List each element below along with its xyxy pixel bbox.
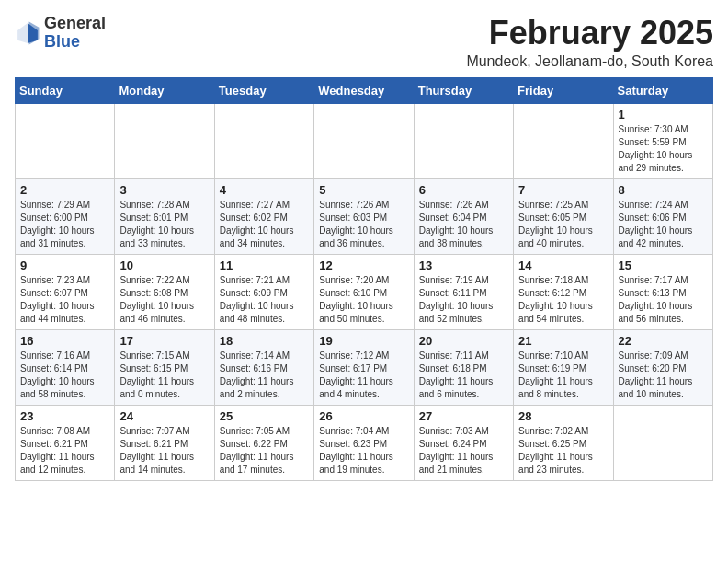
day-info: Sunrise: 7:20 AM Sunset: 6:10 PM Dayligh… [319,274,408,326]
calendar-header-friday: Friday [514,77,613,103]
day-info: Sunrise: 7:16 AM Sunset: 6:14 PM Dayligh… [20,350,109,401]
calendar-cell [115,103,214,178]
day-number: 27 [419,409,508,423]
day-number: 3 [119,183,209,197]
day-number: 19 [319,334,408,348]
calendar-cell: 27Sunrise: 7:03 AM Sunset: 6:24 PM Dayli… [414,405,513,480]
day-info: Sunrise: 7:23 AM Sunset: 6:07 PM Dayligh… [20,274,109,326]
calendar-cell: 21Sunrise: 7:10 AM Sunset: 6:19 PM Dayli… [514,329,613,405]
calendar-cell: 15Sunrise: 7:17 AM Sunset: 6:13 PM Dayli… [613,254,712,329]
calendar-cell: 7Sunrise: 7:25 AM Sunset: 6:05 PM Daylig… [514,178,613,254]
day-info: Sunrise: 7:12 AM Sunset: 6:17 PM Dayligh… [319,350,408,401]
day-info: Sunrise: 7:03 AM Sunset: 6:24 PM Dayligh… [419,425,508,477]
calendar-cell: 24Sunrise: 7:07 AM Sunset: 6:21 PM Dayli… [115,405,214,480]
day-info: Sunrise: 7:15 AM Sunset: 6:15 PM Dayligh… [119,350,209,401]
calendar-week-row: 23Sunrise: 7:08 AM Sunset: 6:21 PM Dayli… [16,405,713,480]
calendar-cell: 14Sunrise: 7:18 AM Sunset: 6:12 PM Dayli… [514,254,613,329]
day-info: Sunrise: 7:22 AM Sunset: 6:08 PM Dayligh… [119,274,209,326]
calendar-cell: 9Sunrise: 7:23 AM Sunset: 6:07 PM Daylig… [16,254,115,329]
day-number: 4 [220,183,309,197]
day-number: 10 [119,259,209,272]
day-number: 28 [518,409,608,423]
day-number: 22 [619,334,708,348]
day-number: 8 [619,183,708,197]
day-info: Sunrise: 7:18 AM Sunset: 6:12 PM Dayligh… [518,274,608,326]
day-number: 16 [20,334,109,348]
calendar-cell: 2Sunrise: 7:29 AM Sunset: 6:00 PM Daylig… [16,178,115,254]
calendar-cell: 11Sunrise: 7:21 AM Sunset: 6:09 PM Dayli… [214,254,313,329]
day-info: Sunrise: 7:30 AM Sunset: 5:59 PM Dayligh… [619,123,708,175]
day-info: Sunrise: 7:26 AM Sunset: 6:03 PM Dayligh… [319,199,408,250]
day-info: Sunrise: 7:10 AM Sunset: 6:19 PM Dayligh… [518,350,608,401]
day-number: 24 [119,409,209,423]
logo-icon [15,20,40,46]
calendar-cell: 12Sunrise: 7:20 AM Sunset: 6:10 PM Dayli… [314,254,414,329]
day-info: Sunrise: 7:02 AM Sunset: 6:25 PM Dayligh… [518,425,608,477]
day-number: 20 [419,334,508,348]
calendar-week-row: 9Sunrise: 7:23 AM Sunset: 6:07 PM Daylig… [16,254,713,329]
day-number: 18 [220,334,309,348]
day-number: 1 [619,108,708,121]
calendar-cell: 13Sunrise: 7:19 AM Sunset: 6:11 PM Dayli… [414,254,513,329]
calendar-week-row: 16Sunrise: 7:16 AM Sunset: 6:14 PM Dayli… [16,329,713,405]
day-info: Sunrise: 7:07 AM Sunset: 6:21 PM Dayligh… [119,425,209,477]
calendar-header-sunday: Sunday [16,77,115,103]
calendar-cell: 5Sunrise: 7:26 AM Sunset: 6:03 PM Daylig… [314,178,414,254]
calendar-cell [514,103,613,178]
calendar-cell: 19Sunrise: 7:12 AM Sunset: 6:17 PM Dayli… [314,329,414,405]
calendar-cell: 23Sunrise: 7:08 AM Sunset: 6:21 PM Dayli… [16,405,115,480]
day-info: Sunrise: 7:27 AM Sunset: 6:02 PM Dayligh… [220,199,309,250]
calendar-cell: 22Sunrise: 7:09 AM Sunset: 6:20 PM Dayli… [613,329,712,405]
day-number: 23 [20,409,109,423]
day-number: 12 [319,259,408,272]
day-info: Sunrise: 7:28 AM Sunset: 6:01 PM Dayligh… [119,199,209,250]
calendar-cell: 16Sunrise: 7:16 AM Sunset: 6:14 PM Dayli… [16,329,115,405]
day-info: Sunrise: 7:11 AM Sunset: 6:18 PM Dayligh… [419,350,508,401]
logo-general-text: General [44,14,106,32]
day-number: 21 [518,334,608,348]
day-number: 7 [518,183,608,197]
day-info: Sunrise: 7:29 AM Sunset: 6:00 PM Dayligh… [20,199,109,250]
calendar-cell: 10Sunrise: 7:22 AM Sunset: 6:08 PM Dayli… [115,254,214,329]
day-number: 5 [319,183,408,197]
calendar-cell: 6Sunrise: 7:26 AM Sunset: 6:04 PM Daylig… [414,178,513,254]
day-number: 25 [220,409,309,423]
calendar-cell: 20Sunrise: 7:11 AM Sunset: 6:18 PM Dayli… [414,329,513,405]
day-info: Sunrise: 7:14 AM Sunset: 6:16 PM Dayligh… [220,350,309,401]
day-info: Sunrise: 7:17 AM Sunset: 6:13 PM Dayligh… [619,274,708,326]
location-text: Mundeok, Jeollanam-do, South Korea [466,53,713,70]
day-info: Sunrise: 7:25 AM Sunset: 6:05 PM Dayligh… [518,199,608,250]
calendar-week-row: 2Sunrise: 7:29 AM Sunset: 6:00 PM Daylig… [16,178,713,254]
logo: General Blue [15,15,106,52]
calendar-cell: 28Sunrise: 7:02 AM Sunset: 6:25 PM Dayli… [514,405,613,480]
day-number: 26 [319,409,408,423]
day-info: Sunrise: 7:24 AM Sunset: 6:06 PM Dayligh… [619,199,708,250]
calendar-cell: 25Sunrise: 7:05 AM Sunset: 6:22 PM Dayli… [214,405,313,480]
day-number: 14 [518,259,608,272]
calendar-cell: 26Sunrise: 7:04 AM Sunset: 6:23 PM Dayli… [314,405,414,480]
day-number: 13 [419,259,508,272]
calendar-header-row: SundayMondayTuesdayWednesdayThursdayFrid… [16,77,713,103]
calendar-cell [314,103,414,178]
calendar-week-row: 1Sunrise: 7:30 AM Sunset: 5:59 PM Daylig… [16,103,713,178]
calendar-cell: 17Sunrise: 7:15 AM Sunset: 6:15 PM Dayli… [115,329,214,405]
day-number: 9 [20,259,109,272]
calendar-cell: 8Sunrise: 7:24 AM Sunset: 6:06 PM Daylig… [613,178,712,254]
title-block: February 2025 Mundeok, Jeollanam-do, Sou… [466,15,713,70]
day-number: 2 [20,183,109,197]
logo-blue-text: Blue [44,32,80,51]
day-number: 6 [419,183,508,197]
calendar-table: SundayMondayTuesdayWednesdayThursdayFrid… [15,77,713,481]
day-info: Sunrise: 7:08 AM Sunset: 6:21 PM Dayligh… [20,425,109,477]
calendar-header-thursday: Thursday [414,77,513,103]
calendar-header-saturday: Saturday [613,77,712,103]
calendar-header-monday: Monday [115,77,214,103]
day-info: Sunrise: 7:05 AM Sunset: 6:22 PM Dayligh… [220,425,309,477]
calendar-cell [214,103,313,178]
day-info: Sunrise: 7:09 AM Sunset: 6:20 PM Dayligh… [619,350,708,401]
page-header: General Blue February 2025 Mundeok, Jeol… [15,15,713,70]
day-info: Sunrise: 7:19 AM Sunset: 6:11 PM Dayligh… [419,274,508,326]
day-number: 15 [619,259,708,272]
calendar-cell: 1Sunrise: 7:30 AM Sunset: 5:59 PM Daylig… [613,103,712,178]
month-title: February 2025 [466,15,713,52]
